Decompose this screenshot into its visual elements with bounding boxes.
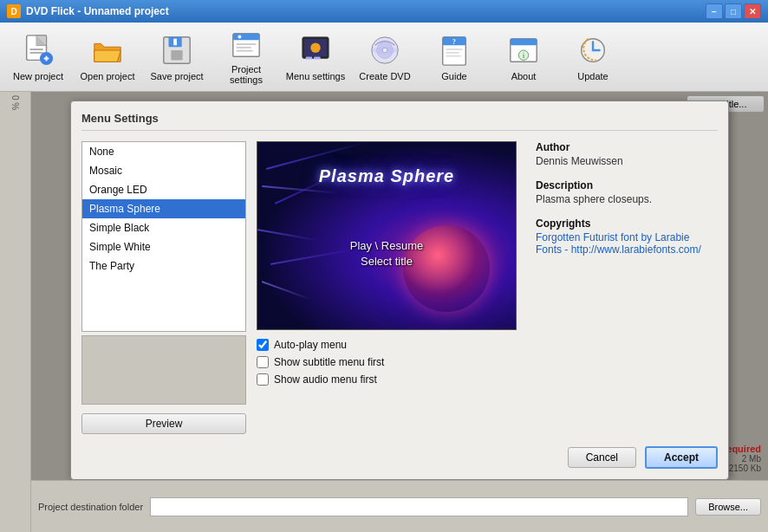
create-dvd-icon	[368, 33, 402, 68]
dialog-body: None Mosaic Orange LED Plasma Sphere Sim…	[81, 141, 718, 434]
description-value: Plasma sphere closeups.	[536, 193, 718, 205]
title-bar-controls: − □ ✕	[706, 3, 761, 19]
menu-item-mosaic[interactable]: Mosaic	[82, 161, 245, 180]
preview-menu-line2: Select title	[350, 255, 424, 268]
subtitle-checkbox[interactable]	[257, 356, 269, 368]
description-section: Description Plasma sphere closeups.	[536, 179, 718, 205]
copyrights-label: Copyrights	[536, 217, 718, 230]
open-project-label: Open project	[81, 71, 135, 81]
author-value: Dennis Meuwissen	[536, 155, 718, 167]
app-icon: D	[7, 4, 21, 18]
menu-settings-icon	[298, 33, 333, 68]
accept-button[interactable]: Accept	[645, 446, 718, 469]
percent-label: 0 %	[10, 95, 20, 110]
guide-button[interactable]: Guide	[420, 25, 489, 89]
menu-item-orange-led[interactable]: Orange LED	[82, 180, 245, 199]
save-project-label: Save project	[150, 71, 203, 81]
update-icon	[576, 33, 610, 68]
audio-row[interactable]: Show audio menu first	[257, 373, 525, 386]
create-dvd-button[interactable]: Create DVD	[350, 25, 420, 89]
new-project-label: New project	[13, 71, 63, 81]
subtitle-row[interactable]: Show subtitle menu first	[257, 356, 525, 368]
menu-item-simple-white[interactable]: Simple White	[82, 237, 245, 256]
open-project-button[interactable]: Open project	[73, 25, 142, 89]
save-project-icon	[159, 33, 194, 68]
cancel-button[interactable]: Cancel	[568, 447, 636, 468]
new-project-icon	[21, 33, 55, 68]
preview-menu-line1: Play \ Resume	[350, 239, 424, 252]
update-label: Update	[577, 71, 608, 81]
preview-menu-items: Play \ Resume Select title	[350, 237, 424, 270]
thumbnail-box	[81, 335, 246, 405]
browse-button[interactable]: Browse...	[695, 498, 761, 516]
preview-button[interactable]: Preview	[81, 413, 246, 434]
audio-label: Show audio menu first	[274, 373, 377, 386]
preview-image: Plasma Sphere Play \ Resume Select title	[257, 141, 517, 330]
project-settings-button[interactable]: Project settings	[212, 25, 281, 89]
plasma-line-4	[257, 229, 317, 241]
window-title: DVD Flick - Unnamed project	[26, 5, 169, 17]
content-area: Add title... Add title... Harddisk space…	[31, 92, 768, 532]
create-dvd-label: Create DVD	[359, 71, 410, 81]
dialog-footer: Cancel Accept	[81, 446, 718, 469]
copyrights-value: Forgotten Futurist font by Larabie Fonts…	[536, 231, 718, 256]
autoplay-checkbox[interactable]	[257, 339, 269, 351]
author-section: Author Dennis Meuwissen	[536, 141, 718, 167]
plasma-line-6	[262, 281, 311, 300]
guide-label: Guide	[441, 71, 466, 81]
toolbar: New project Open project Save project Pr…	[0, 23, 768, 92]
preview-panel: Plasma Sphere Play \ Resume Select title…	[257, 141, 525, 434]
menu-settings-dialog: Menu Settings None Mosaic Orange LED Pla…	[70, 101, 729, 480]
menu-item-plasma-sphere[interactable]: Plasma Sphere	[82, 199, 245, 218]
main-area: 0 % Add title... Add title... Harddisk s…	[0, 92, 768, 532]
dialog-overlay: Menu Settings None Mosaic Orange LED Pla…	[31, 92, 768, 532]
update-button[interactable]: Update	[558, 25, 628, 89]
autoplay-row[interactable]: Auto-play menu	[257, 339, 525, 351]
left-sidebar: 0 %	[0, 92, 31, 532]
new-project-button[interactable]: New project	[3, 25, 73, 89]
about-button[interactable]: About	[489, 25, 558, 89]
maximize-button[interactable]: □	[725, 3, 742, 19]
save-project-button[interactable]: Save project	[142, 25, 212, 89]
project-settings-icon	[229, 29, 264, 61]
audio-checkbox[interactable]	[257, 373, 269, 386]
menu-list-panel: None Mosaic Orange LED Plasma Sphere Sim…	[81, 141, 246, 434]
title-bar-left: D DVD Flick - Unnamed project	[7, 4, 169, 18]
menu-settings-label: Menu settings	[286, 71, 345, 81]
bottom-bar: Project destination folder Browse...	[31, 480, 768, 532]
about-label: About	[511, 71, 537, 81]
about-icon	[506, 33, 541, 68]
preview-title: Plasma Sphere	[319, 166, 454, 186]
menu-item-the-party[interactable]: The Party	[82, 256, 245, 276]
options-row: Auto-play menu Show subtitle menu first …	[257, 339, 525, 386]
destination-label: Project destination folder	[38, 502, 143, 512]
copyrights-section: Copyrights Forgotten Futurist font by La…	[536, 217, 718, 256]
minimize-button[interactable]: −	[706, 3, 723, 19]
destination-input[interactable]	[150, 497, 688, 516]
menu-settings-button[interactable]: Menu settings	[281, 25, 350, 89]
menu-list[interactable]: None Mosaic Orange LED Plasma Sphere Sim…	[81, 141, 246, 332]
info-panel: Author Dennis Meuwissen Description Plas…	[536, 141, 718, 434]
plasma-line-5	[270, 249, 356, 265]
menu-item-none[interactable]: None	[82, 142, 245, 161]
close-button[interactable]: ✕	[744, 3, 761, 19]
subtitle-label: Show subtitle menu first	[274, 356, 384, 368]
description-label: Description	[536, 179, 718, 191]
project-settings-label: Project settings	[216, 64, 277, 85]
autoplay-label: Auto-play menu	[274, 339, 347, 351]
open-project-icon	[90, 33, 125, 68]
title-bar: D DVD Flick - Unnamed project − □ ✕	[0, 0, 768, 23]
author-label: Author	[536, 141, 718, 153]
menu-item-simple-black[interactable]: Simple Black	[82, 218, 245, 237]
dialog-title: Menu Settings	[81, 112, 718, 131]
guide-icon	[437, 33, 472, 68]
